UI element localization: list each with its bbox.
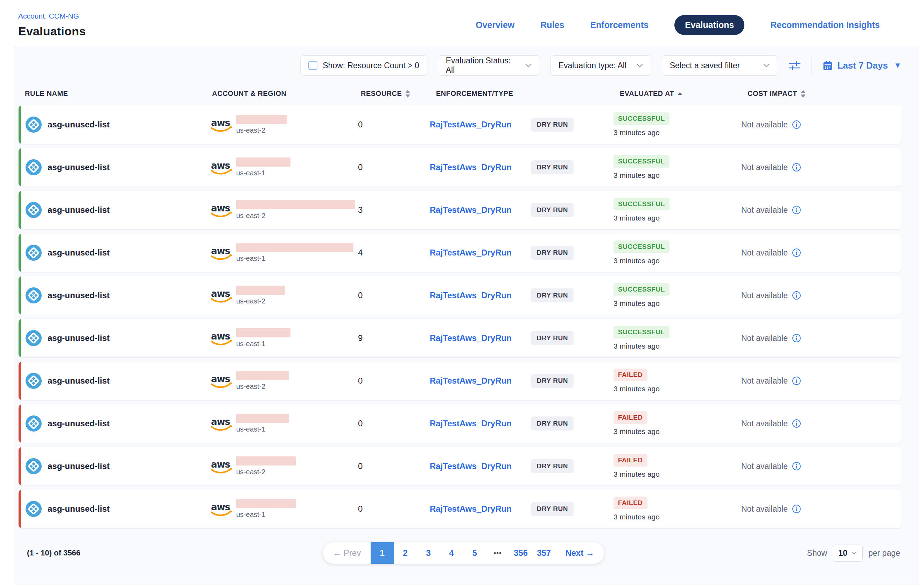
account-region-cell: aws us-east-2 [206,115,355,134]
cost-impact-cell: Not available [741,419,901,428]
status-accent-bar [19,148,21,187]
info-icon[interactable] [792,205,801,215]
table-row[interactable]: asg-unused-list aws us-east-2 0 RajTestA… [19,447,901,485]
page-button-active[interactable]: 1 [371,542,394,564]
redacted-account-id [236,286,285,295]
redacted-account-id [236,414,289,423]
date-range-picker[interactable]: Last 7 Days ▼ [822,60,901,71]
info-icon[interactable] [792,462,801,471]
table-row[interactable]: asg-unused-list aws us-east-1 0 RajTestA… [19,404,901,443]
column-header-cost-impact[interactable]: COST IMPACT [741,90,901,98]
resource-count-checkbox[interactable] [308,61,317,70]
enforcement-cell: RajTestAws_DryRun DRY RUN [430,417,614,431]
tab-evaluations[interactable]: Evaluations [674,15,745,35]
status-badge: FAILED [614,411,648,424]
evaluated-time: 3 minutes ago [614,427,660,436]
cost-impact-value: Not available [741,376,788,386]
info-icon[interactable] [792,504,801,514]
tab-rules[interactable]: Rules [540,20,564,30]
evaluation-type-badge: DRY RUN [531,459,573,473]
rule-cell: asg-unused-list [19,116,206,132]
dropdown-evaluation-type-all[interactable]: Evaluation type: All [551,55,651,76]
chevron-down-icon [851,551,857,555]
svg-text:aws: aws [211,288,230,299]
status-badge: SUCCESSFUL [614,155,669,168]
redacted-account-id [236,157,291,166]
status-accent-bar [19,447,21,485]
table-row[interactable]: asg-unused-list aws us-east-1 0 RajTestA… [19,148,901,187]
tab-recommendation-insights[interactable]: Recommendation Insights [770,20,880,30]
region-label: us-east-2 [236,126,287,134]
rule-icon [26,245,42,261]
info-icon[interactable] [792,291,801,300]
next-page-button[interactable]: Next → [556,548,604,558]
page-button-2[interactable]: 2 [394,542,417,564]
info-icon[interactable] [792,248,801,257]
dropdown-label: Evaluation Status: All [446,56,520,75]
cost-impact-value: Not available [741,163,788,172]
column-header-resource[interactable]: RESOURCE [355,90,430,98]
region-label: us-east-2 [236,297,285,305]
tab-overview[interactable]: Overview [476,20,514,30]
sort-icon [405,90,410,98]
enforcement-link[interactable]: RajTestAws_DryRun [430,333,512,343]
info-icon[interactable] [792,419,801,428]
status-accent-bar [19,191,21,229]
table-row[interactable]: asg-unused-list aws us-east-2 0 RajTestA… [19,105,901,144]
rule-name: asg-unused-list [48,120,110,129]
filter-settings-button[interactable] [788,60,801,71]
redacted-account-id [236,456,296,465]
table-row[interactable]: asg-unused-list aws us-east-1 4 RajTestA… [19,233,901,272]
resource-count-filter-label: Show: Resource Count > 0 [323,61,419,70]
dropdown-select-a-saved-filter[interactable]: Select a saved filter [662,55,778,76]
enforcement-link[interactable]: RajTestAws_DryRun [430,205,512,215]
enforcement-cell: RajTestAws_DryRun DRY RUN [430,203,614,217]
table-row[interactable]: asg-unused-list aws us-east-2 0 RajTestA… [19,276,901,315]
page-button-4[interactable]: 4 [440,542,463,564]
svg-text:aws: aws [211,459,230,470]
account-breadcrumb-link[interactable]: Account: CCM-NG [18,12,86,20]
status-badge: SUCCESSFUL [614,241,669,253]
info-icon[interactable] [792,120,801,129]
page-button-357[interactable]: 357 [532,542,556,564]
page-button-5[interactable]: 5 [463,542,486,564]
cost-impact-cell: Not available [741,462,901,471]
info-icon[interactable] [792,163,801,172]
sliders-icon [788,60,801,71]
enforcement-cell: RajTestAws_DryRun DRY RUN [430,246,614,260]
page-size-select[interactable]: 10 [833,544,863,562]
enforcement-link[interactable]: RajTestAws_DryRun [430,248,512,258]
rule-name: asg-unused-list [48,162,110,172]
enforcement-link[interactable]: RajTestAws_DryRun [430,461,512,471]
evaluated-at-cell: SUCCESSFUL 3 minutes ago [614,112,741,137]
evaluated-at-cell: FAILED 3 minutes ago [614,411,741,436]
enforcement-link[interactable]: RajTestAws_DryRun [430,504,512,514]
page-button-356[interactable]: 356 [509,542,532,564]
info-icon[interactable] [792,376,801,385]
column-header-evaluated-at[interactable]: EVALUATED AT [614,90,741,98]
table-row[interactable]: asg-unused-list aws us-east-1 0 RajTestA… [19,489,901,528]
enforcement-link[interactable]: RajTestAws_DryRun [430,162,512,172]
table-row[interactable]: asg-unused-list aws us-east-1 9 RajTestA… [19,319,901,357]
page-ellipsis[interactable]: ••• [486,542,509,564]
resource-count-filter-toggle[interactable]: Show: Resource Count > 0 [300,55,427,76]
info-icon[interactable] [792,334,801,342]
table-row[interactable]: asg-unused-list aws us-east-2 3 RajTestA… [19,191,901,229]
enforcement-cell: RajTestAws_DryRun DRY RUN [430,288,614,302]
svg-text:aws: aws [211,417,230,427]
page-header: Account: CCM-NG Evaluations OverviewRule… [0,0,919,46]
evaluated-time: 3 minutes ago [614,214,660,222]
enforcement-link[interactable]: RajTestAws_DryRun [430,376,512,386]
enforcement-link[interactable]: RajTestAws_DryRun [430,120,512,129]
table-row[interactable]: asg-unused-list aws us-east-2 0 RajTestA… [19,362,901,400]
enforcement-link[interactable]: RajTestAws_DryRun [430,418,512,428]
redacted-account-id [236,115,287,124]
tab-enforcements[interactable]: Enforcements [590,20,648,30]
page-button-3[interactable]: 3 [417,542,440,564]
resource-count: 0 [355,291,430,300]
enforcement-link[interactable]: RajTestAws_DryRun [430,291,512,300]
resource-count: 4 [355,248,430,258]
dropdown-evaluation-status-all[interactable]: Evaluation Status: All [438,55,540,76]
prev-page-button[interactable]: ← Prev [323,548,371,558]
content-panel: Show: Resource Count > 0 Evaluation Stat… [14,46,919,585]
